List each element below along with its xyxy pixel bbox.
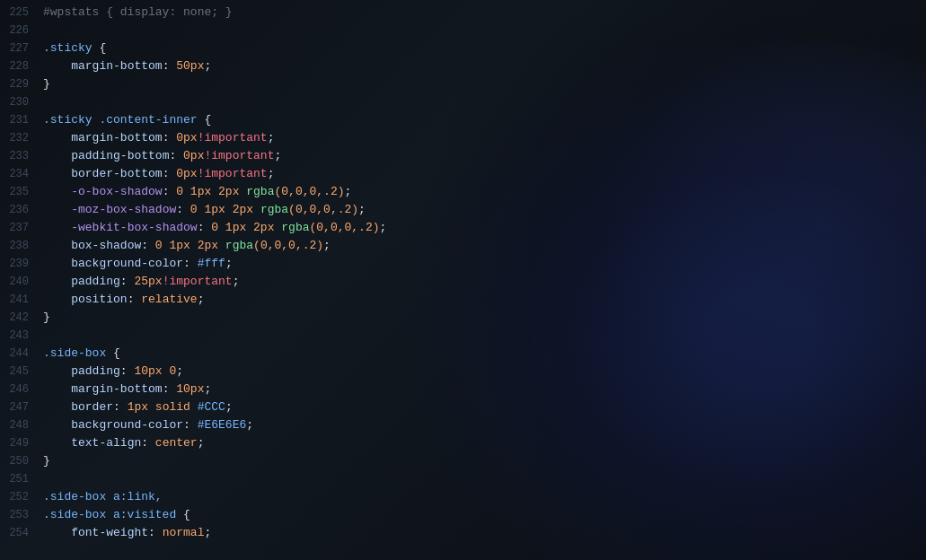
code-line: 228 margin-bottom: 50px;: [0, 57, 521, 75]
line-number: 241: [0, 291, 43, 309]
code-line: 247 border: 1px solid #CCC;: [0, 398, 521, 416]
code-line: 252.side-box a:link,: [0, 488, 521, 506]
line-number: 246: [0, 381, 43, 398]
code-line: 242}: [0, 309, 521, 327]
code-line: 238 box-shadow: 0 1px 2px rgba(0,0,0,.2)…: [0, 237, 521, 255]
line-code: -o-box-shadow: 0 1px 2px rgba(0,0,0,.2);: [43, 183, 521, 201]
code-line: 235 -o-box-shadow: 0 1px 2px rgba(0,0,0,…: [0, 183, 521, 201]
line-code: -moz-box-shadow: 0 1px 2px rgba(0,0,0,.2…: [43, 201, 521, 219]
line-number: 236: [0, 201, 43, 219]
line-code: [43, 327, 521, 345]
line-number: 245: [0, 363, 43, 381]
code-line: 226: [0, 22, 521, 39]
code-line: 227.sticky {: [0, 39, 521, 57]
line-code: [43, 470, 521, 488]
line-code: #wpstats { display: none; }: [43, 4, 521, 22]
code-line: 245 padding: 10px 0;: [0, 363, 521, 381]
line-code: }: [43, 309, 521, 327]
line-number: 235: [0, 183, 43, 201]
line-number: 249: [0, 434, 43, 452]
line-code: box-shadow: 0 1px 2px rgba(0,0,0,.2);: [43, 237, 521, 255]
code-editor: 225#wpstats { display: none; }226 227.st…: [0, 0, 926, 560]
line-number: 237: [0, 219, 43, 237]
line-number: 227: [0, 39, 43, 57]
code-line: 248 background-color: #E6E6E6;: [0, 416, 521, 434]
code-line: 253.side-box a:visited {: [0, 506, 521, 524]
code-line: 232 margin-bottom: 0px!important;: [0, 129, 521, 147]
code-line: 234 border-bottom: 0px!important;: [0, 165, 521, 183]
line-code: background-color: #E6E6E6;: [43, 416, 521, 434]
code-line: 233 padding-bottom: 0px!important;: [0, 147, 521, 165]
line-number: 252: [0, 488, 43, 506]
code-line: 229}: [0, 75, 521, 93]
code-line: 243: [0, 327, 521, 345]
code-line: 240 padding: 25px!important;: [0, 273, 521, 291]
line-code: }: [43, 75, 521, 93]
line-code: padding-bottom: 0px!important;: [43, 147, 521, 165]
code-line: 236 -moz-box-shadow: 0 1px 2px rgba(0,0,…: [0, 201, 521, 219]
line-code: margin-bottom: 50px;: [43, 57, 521, 75]
line-code: text-align: center;: [43, 434, 521, 452]
line-code: .sticky .content-inner {: [43, 111, 521, 129]
line-code: .sticky {: [43, 39, 521, 57]
code-line: 244.side-box {: [0, 345, 521, 363]
line-code: .side-box a:visited {: [43, 506, 521, 524]
code-line: 246 margin-bottom: 10px;: [0, 381, 521, 398]
line-code: padding: 10px 0;: [43, 363, 521, 381]
line-number: 244: [0, 345, 43, 363]
line-code: font-weight: normal;: [43, 524, 521, 542]
line-number: 228: [0, 57, 43, 75]
code-line: 225#wpstats { display: none; }: [0, 4, 521, 22]
line-number: 243: [0, 327, 43, 345]
code-line: 249 text-align: center;: [0, 434, 521, 452]
line-number: 247: [0, 398, 43, 416]
line-number: 250: [0, 452, 43, 470]
line-number: 233: [0, 147, 43, 165]
line-code: background-color: #fff;: [43, 255, 521, 273]
line-number: 238: [0, 237, 43, 255]
line-number: 226: [0, 22, 43, 39]
line-number: 240: [0, 273, 43, 291]
line-number: 253: [0, 506, 43, 524]
line-code: .side-box {: [43, 345, 521, 363]
line-code: padding: 25px!important;: [43, 273, 521, 291]
code-content: 225#wpstats { display: none; }226 227.st…: [0, 0, 521, 546]
line-code: [43, 93, 521, 111]
line-number: 248: [0, 416, 43, 434]
line-number: 229: [0, 75, 43, 93]
line-code: }: [43, 452, 521, 470]
line-code: margin-bottom: 0px!important;: [43, 129, 521, 147]
line-number: 242: [0, 309, 43, 327]
line-number: 230: [0, 93, 43, 111]
code-line: 241 position: relative;: [0, 291, 521, 309]
line-number: 251: [0, 470, 43, 488]
line-code: border-bottom: 0px!important;: [43, 165, 521, 183]
code-line: 231.sticky .content-inner {: [0, 111, 521, 129]
line-code: -webkit-box-shadow: 0 1px 2px rgba(0,0,0…: [43, 219, 521, 237]
line-code: .side-box a:link,: [43, 488, 521, 506]
line-code: position: relative;: [43, 291, 521, 309]
line-number: 234: [0, 165, 43, 183]
code-line: 239 background-color: #fff;: [0, 255, 521, 273]
line-number: 232: [0, 129, 43, 147]
line-number: 225: [0, 4, 43, 22]
line-code: border: 1px solid #CCC;: [43, 398, 521, 416]
code-line: 254 font-weight: normal;: [0, 524, 521, 542]
code-line: 250}: [0, 452, 521, 470]
code-line: 251: [0, 470, 521, 488]
line-number: 231: [0, 111, 43, 129]
line-number: 254: [0, 524, 43, 542]
line-number: 239: [0, 255, 43, 273]
code-line: 230: [0, 93, 521, 111]
code-line: 237 -webkit-box-shadow: 0 1px 2px rgba(0…: [0, 219, 521, 237]
line-code: [43, 22, 521, 39]
line-code: margin-bottom: 10px;: [43, 381, 521, 398]
